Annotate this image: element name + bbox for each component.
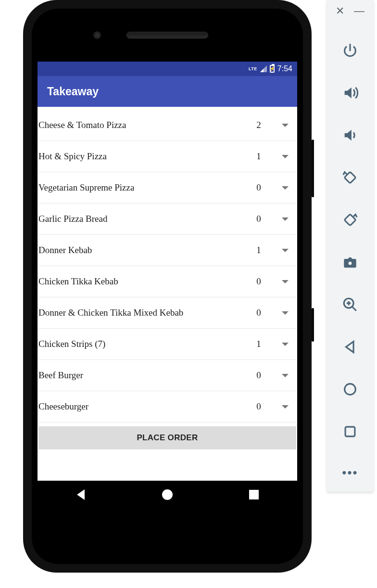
app-bar: Takeaway [38,76,297,107]
rotate-right-icon [342,212,358,228]
item-qty: 2 [244,120,273,130]
list-item[interactable]: Cheese & Tomato Pizza 2 [38,110,297,141]
nav-home-button[interactable] [161,488,174,501]
item-name: Garlic Pizza Bread [38,214,244,224]
emu-close-button[interactable]: ✕ [336,5,344,17]
square-overview-icon [342,423,358,440]
qty-dropdown[interactable] [273,374,297,377]
list-item[interactable]: Vegetarian Supreme Pizza 0 [38,172,297,204]
qty-dropdown[interactable] [273,311,297,315]
status-bar: LTE ⚡ 7:54 [38,62,297,76]
emu-more-button[interactable]: ••• [342,465,358,492]
circle-home-icon [342,381,358,397]
item-qty: 0 [244,182,273,193]
item-name: Donner Kebab [38,245,244,256]
item-qty: 1 [244,151,273,162]
item-name: Hot & Spicy Pizza [38,151,244,162]
list-item[interactable]: Garlic Pizza Bread 0 [38,204,297,235]
phone-speaker [126,32,208,38]
item-qty: 1 [244,245,273,256]
chevron-down-icon [282,124,289,127]
item-name: Cheeseburger [38,401,244,412]
emu-rotate-right-button[interactable] [341,211,359,229]
qty-dropdown[interactable] [273,405,297,409]
qty-dropdown[interactable] [273,343,297,346]
qty-dropdown[interactable] [273,124,297,127]
triangle-back-icon [342,339,358,355]
qty-dropdown[interactable] [273,186,297,190]
phone-side-button [312,308,314,342]
item-name: Chicken Tikka Kebab [38,276,244,287]
chevron-down-icon [282,311,289,315]
chevron-down-icon [282,405,289,409]
rotate-left-icon [342,169,358,186]
app-title: Takeaway [47,85,99,98]
svg-rect-6 [345,427,355,436]
chevron-down-icon [282,343,289,346]
emu-volume-down-button[interactable] [341,126,359,144]
chevron-down-icon [282,155,289,158]
emu-volume-up-button[interactable] [341,84,359,102]
clock: 7:54 [277,64,292,73]
nav-back-button[interactable] [74,488,88,501]
camera-icon [342,254,358,270]
qty-dropdown[interactable] [273,249,297,252]
volume-down-icon [342,127,358,143]
signal-icon [260,65,267,72]
power-icon [342,42,358,59]
android-nav-bar [38,481,297,509]
emu-rotate-left-button[interactable] [341,168,359,187]
chevron-down-icon [282,217,289,221]
emu-back-button[interactable] [341,338,359,356]
phone-earpiece-area [32,9,303,62]
item-name: Cheese & Tomato Pizza [38,120,244,130]
item-name: Chicken Strips (7) [38,339,244,349]
phone-screen: LTE ⚡ 7:54 Takeaway Cheese & Tomato Pizz… [38,62,297,509]
phone-frame: LTE ⚡ 7:54 Takeaway Cheese & Tomato Pizz… [23,0,312,573]
network-label: LTE [249,66,257,71]
item-qty: 0 [244,401,273,412]
chevron-down-icon [282,374,289,377]
list-item[interactable]: Chicken Strips (7) 1 [38,329,297,360]
item-name: Vegetarian Supreme Pizza [38,182,244,193]
list-item[interactable]: Donner Kebab 1 [38,235,297,266]
place-order-button[interactable]: PLACE ORDER [38,426,296,449]
list-item[interactable]: Beef Burger 0 [38,360,297,391]
item-qty: 0 [244,276,273,287]
phone-camera [93,31,101,39]
emu-home-button[interactable] [341,380,359,398]
item-name: Beef Burger [38,370,244,381]
list-item[interactable]: Donner & Chicken Tikka Mixed Kebab 0 [38,297,297,329]
menu-list: Cheese & Tomato Pizza 2 Hot & Spicy Pizz… [38,107,297,449]
qty-dropdown[interactable] [273,217,297,221]
item-qty: 1 [244,339,273,349]
nav-recent-button[interactable] [247,488,261,501]
list-item[interactable]: Cheeseburger 0 [38,391,297,422]
volume-up-icon [342,85,358,101]
svg-point-3 [348,261,352,266]
emulator-toolbar: ✕ — ••• [327,0,373,492]
chevron-down-icon [282,186,289,190]
back-icon [77,489,85,500]
qty-dropdown[interactable] [273,280,297,283]
recent-icon [249,490,259,499]
list-item[interactable]: Hot & Spicy Pizza 1 [38,141,297,172]
emu-overview-button[interactable] [341,422,359,441]
svg-point-5 [345,384,356,395]
emu-minimize-button[interactable]: — [354,5,364,17]
item-name: Donner & Chicken Tikka Mixed Kebab [38,307,244,318]
list-item[interactable]: Chicken Tikka Kebab 0 [38,266,297,297]
qty-dropdown[interactable] [273,155,297,158]
item-qty: 0 [244,307,273,318]
emu-zoom-button[interactable] [341,295,359,314]
emu-screenshot-button[interactable] [341,253,359,271]
item-qty: 0 [244,370,273,381]
chevron-down-icon [282,249,289,252]
chevron-down-icon [282,280,289,283]
zoom-in-icon [342,296,358,313]
item-qty: 0 [244,214,273,224]
home-icon [162,489,173,500]
phone-side-button [312,140,314,197]
emu-power-button[interactable] [341,41,359,60]
battery-icon: ⚡ [270,65,275,73]
